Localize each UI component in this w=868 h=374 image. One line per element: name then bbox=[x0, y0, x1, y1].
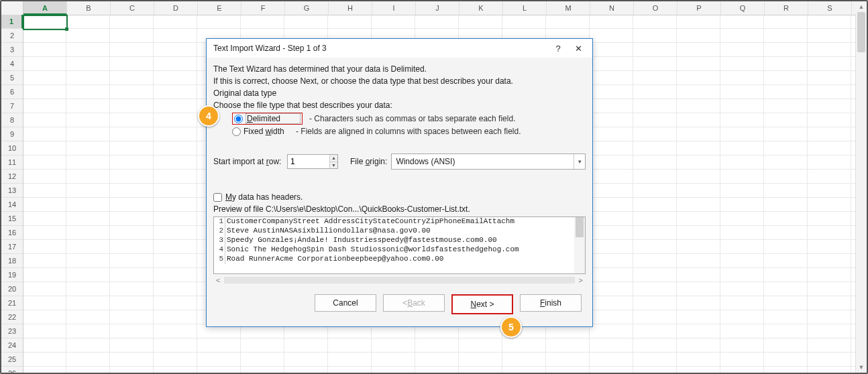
cell[interactable] bbox=[66, 282, 110, 296]
cell[interactable] bbox=[328, 15, 372, 28]
cell[interactable] bbox=[197, 353, 241, 366]
cell[interactable] bbox=[110, 353, 154, 366]
cell[interactable] bbox=[677, 15, 720, 28]
cell[interactable] bbox=[590, 338, 633, 352]
row-header-22[interactable]: 22 bbox=[1, 310, 23, 324]
cell[interactable] bbox=[590, 141, 633, 155]
cell[interactable] bbox=[590, 367, 633, 374]
cell[interactable] bbox=[633, 198, 677, 211]
start-row-input[interactable] bbox=[288, 155, 329, 168]
cell[interactable] bbox=[808, 155, 851, 169]
cell[interactable] bbox=[677, 113, 720, 127]
cell[interactable] bbox=[764, 296, 808, 310]
cell[interactable] bbox=[764, 113, 808, 127]
preview-hscroll[interactable]: < > bbox=[213, 274, 586, 286]
cell[interactable] bbox=[677, 367, 720, 374]
column-header-Q[interactable]: Q bbox=[721, 1, 765, 15]
cell[interactable] bbox=[372, 338, 415, 352]
cell[interactable] bbox=[66, 226, 110, 239]
cell[interactable] bbox=[764, 268, 808, 282]
cell[interactable] bbox=[66, 99, 110, 113]
cell[interactable] bbox=[110, 324, 154, 338]
cell[interactable] bbox=[459, 15, 502, 28]
cell[interactable] bbox=[154, 282, 197, 296]
cell[interactable] bbox=[633, 226, 677, 239]
cell[interactable] bbox=[590, 184, 633, 197]
cell[interactable] bbox=[66, 57, 110, 70]
cell[interactable] bbox=[677, 85, 720, 99]
cell[interactable] bbox=[110, 282, 154, 296]
cell[interactable] bbox=[720, 296, 764, 310]
cell[interactable] bbox=[808, 141, 851, 155]
close-button[interactable]: ✕ bbox=[568, 41, 588, 56]
cell[interactable] bbox=[764, 155, 808, 169]
cell[interactable] bbox=[23, 155, 66, 169]
cell[interactable] bbox=[415, 367, 459, 374]
cell[interactable] bbox=[154, 324, 197, 338]
cell[interactable] bbox=[808, 254, 851, 267]
cell[interactable] bbox=[764, 282, 808, 296]
cell[interactable] bbox=[23, 15, 66, 28]
cell[interactable] bbox=[154, 141, 197, 155]
cell[interactable] bbox=[23, 99, 66, 113]
cell[interactable] bbox=[502, 353, 546, 366]
cell[interactable] bbox=[154, 170, 197, 183]
cell[interactable] bbox=[415, 338, 459, 352]
cell[interactable] bbox=[154, 353, 197, 366]
cell[interactable] bbox=[808, 57, 851, 70]
cell[interactable] bbox=[633, 296, 677, 310]
cell[interactable] bbox=[110, 226, 154, 239]
cell[interactable] bbox=[764, 99, 808, 113]
column-header-P[interactable]: P bbox=[677, 1, 721, 15]
cell[interactable] bbox=[633, 170, 677, 183]
row-header-20[interactable]: 20 bbox=[1, 282, 23, 296]
row-header-19[interactable]: 19 bbox=[1, 268, 23, 282]
row-header-12[interactable]: 12 bbox=[1, 170, 23, 184]
cell[interactable] bbox=[808, 113, 851, 127]
cell[interactable] bbox=[23, 57, 66, 70]
cell[interactable] bbox=[110, 29, 154, 42]
cell[interactable] bbox=[23, 184, 66, 197]
cell[interactable] bbox=[764, 324, 808, 338]
row-header-9[interactable]: 9 bbox=[1, 127, 23, 141]
cell[interactable] bbox=[459, 338, 502, 352]
file-origin-select[interactable]: Windows (ANSI) ▾ bbox=[391, 153, 586, 170]
cell[interactable] bbox=[546, 353, 590, 366]
cell[interactable] bbox=[66, 113, 110, 127]
cell[interactable] bbox=[633, 99, 677, 113]
cell[interactable] bbox=[66, 268, 110, 282]
cell[interactable] bbox=[110, 338, 154, 352]
cell[interactable] bbox=[590, 15, 633, 28]
spin-down-icon[interactable]: ▼ bbox=[330, 162, 337, 169]
cell[interactable] bbox=[677, 155, 720, 169]
row-header-11[interactable]: 11 bbox=[1, 155, 23, 170]
cell[interactable] bbox=[546, 15, 590, 28]
cell[interactable] bbox=[154, 127, 197, 141]
cell[interactable] bbox=[546, 367, 590, 374]
cell[interactable] bbox=[284, 338, 328, 352]
cell[interactable] bbox=[764, 310, 808, 324]
cell[interactable] bbox=[66, 324, 110, 338]
row-header-2[interactable]: 2 bbox=[1, 29, 23, 43]
cell[interactable] bbox=[154, 268, 197, 282]
start-row-spinner[interactable]: ▲ ▼ bbox=[287, 154, 338, 169]
cell[interactable] bbox=[808, 226, 851, 239]
cell[interactable] bbox=[66, 29, 110, 42]
cell[interactable] bbox=[808, 212, 851, 225]
cell[interactable] bbox=[110, 184, 154, 197]
cell[interactable] bbox=[110, 43, 154, 56]
cell[interactable] bbox=[66, 15, 110, 28]
cell[interactable] bbox=[459, 367, 502, 374]
cell[interactable] bbox=[720, 43, 764, 56]
cell[interactable] bbox=[677, 282, 720, 296]
hscroll-track[interactable] bbox=[224, 277, 574, 284]
headers-checkbox[interactable] bbox=[213, 193, 222, 202]
cell[interactable] bbox=[633, 29, 677, 42]
cell[interactable] bbox=[808, 198, 851, 211]
cell[interactable] bbox=[110, 57, 154, 70]
cell[interactable] bbox=[720, 141, 764, 155]
cell[interactable] bbox=[764, 338, 808, 352]
cell[interactable] bbox=[677, 226, 720, 239]
cell[interactable] bbox=[633, 353, 677, 366]
cell[interactable] bbox=[590, 29, 633, 42]
